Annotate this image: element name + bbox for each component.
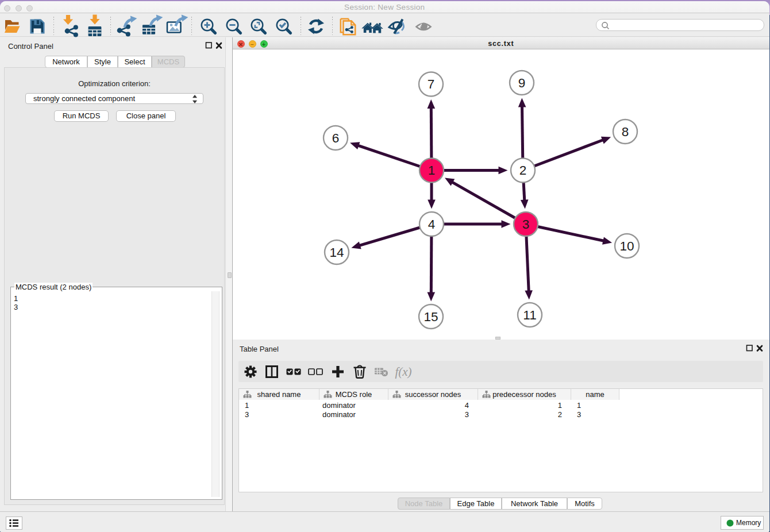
svg-text:4: 4 — [428, 217, 436, 232]
svg-text:11: 11 — [523, 308, 536, 322]
svg-text:6: 6 — [332, 131, 340, 145]
svg-text:10: 10 — [619, 239, 634, 253]
svg-text:f(x): f(x) — [395, 365, 411, 379]
svg-text:14: 14 — [329, 245, 344, 260]
svg-text:8: 8 — [622, 125, 629, 139]
svg-text:9: 9 — [518, 76, 526, 90]
svg-text:3: 3 — [522, 217, 530, 232]
svg-text:2: 2 — [519, 163, 527, 178]
svg-text:7: 7 — [428, 77, 435, 91]
svg-text:15: 15 — [424, 310, 438, 324]
svg-text:1: 1 — [428, 163, 436, 178]
